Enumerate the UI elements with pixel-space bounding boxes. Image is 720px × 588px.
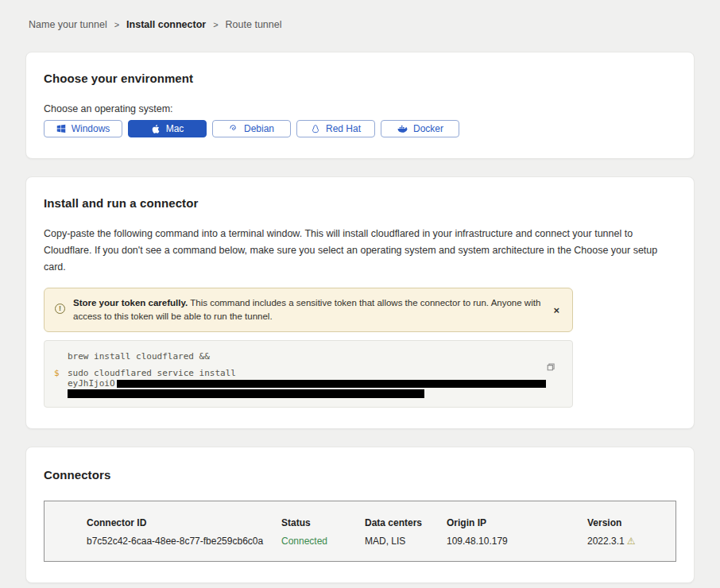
token-warning-title: Store your token carefully. — [73, 298, 188, 308]
status-badge: Connected — [281, 536, 365, 547]
connectors-table: Connector ID Status Data centers Origin … — [44, 501, 676, 562]
connectors-title: Connectors — [44, 468, 676, 482]
docker-icon — [397, 125, 408, 133]
os-button-label: Red Hat — [326, 123, 361, 134]
connectors-card: Connectors Connector ID Status Data cent… — [25, 447, 695, 583]
os-button-debian[interactable]: Debian — [212, 120, 291, 137]
column-header-status: Status — [281, 517, 365, 528]
column-header-version: Version — [587, 517, 668, 528]
os-button-windows[interactable]: Windows — [44, 120, 122, 137]
token-warning-banner: ! Store your token carefully. This comma… — [44, 288, 573, 332]
alert-icon: ! — [55, 304, 65, 314]
apple-icon — [151, 124, 161, 134]
install-connector-title: Install and run a connector — [44, 196, 676, 210]
code-line-token: eyJhIjoiO — [68, 378, 563, 389]
redaction-bar — [117, 380, 546, 388]
origin-ip-value: 109.48.10.179 — [447, 536, 587, 547]
data-centers-value: MAD, LIS — [365, 536, 447, 547]
os-button-label: Debian — [244, 123, 274, 134]
code-line-brew-install: brew install cloudflared && — [68, 351, 563, 362]
os-button-redhat[interactable]: Red Hat — [296, 120, 375, 137]
environment-card: Choose your environment Choose an operat… — [25, 52, 695, 159]
environment-card-title: Choose your environment — [44, 72, 676, 85]
column-header-connector-id: Connector ID — [87, 517, 281, 528]
copy-icon[interactable] — [545, 362, 556, 375]
breadcrumb-install-connector[interactable]: Install connector — [126, 19, 206, 30]
column-header-origin-ip: Origin IP — [447, 517, 587, 528]
install-connector-card: Install and run a connector Copy-paste t… — [25, 176, 695, 429]
os-button-mac[interactable]: Mac — [128, 120, 207, 137]
windows-icon — [56, 124, 66, 133]
breadcrumb-separator: > — [213, 20, 218, 29]
close-icon[interactable]: × — [550, 304, 563, 317]
column-header-data-centers: Data centers — [365, 517, 447, 528]
os-button-label: Mac — [166, 123, 184, 134]
breadcrumb-route-tunnel[interactable]: Route tunnel — [226, 19, 282, 30]
table-row: b7c52c42-6caa-48ee-8c77-fbe259cb6c0a Con… — [87, 536, 668, 547]
install-command-code-block: $ brew install cloudflared && sudo cloud… — [44, 340, 573, 408]
warning-triangle-icon: ⚠ — [627, 536, 636, 547]
breadcrumb-name-your-tunnel[interactable]: Name your tunnel — [29, 19, 107, 30]
shell-prompt: $ — [54, 368, 60, 378]
os-select-label: Choose an operating system: — [44, 103, 676, 114]
install-connector-description: Copy-paste the following command into a … — [44, 226, 676, 276]
os-button-group: Windows Mac Debian Red Hat Docker — [44, 120, 676, 137]
token-warning-text: Store your token carefully. This command… — [73, 296, 542, 323]
connectors-table-header: Connector ID Status Data centers Origin … — [87, 517, 668, 528]
debian-icon — [229, 124, 238, 133]
redhat-icon — [311, 124, 320, 134]
redaction-bar — [68, 389, 424, 398]
connector-id-value: b7c52c42-6caa-48ee-8c77-fbe259cb6c0a — [87, 536, 281, 547]
token-prefix: eyJhIjoiO — [68, 378, 115, 389]
os-button-label: Windows — [72, 123, 110, 134]
os-button-label: Docker — [413, 123, 443, 134]
os-button-docker[interactable]: Docker — [381, 120, 459, 137]
breadcrumb-separator: > — [114, 20, 119, 29]
breadcrumb: Name your tunnel > Install connector > R… — [0, 0, 720, 30]
code-line-service-install: sudo cloudflared service install — [68, 368, 563, 378]
version-value: 2022.3.1⚠ — [587, 536, 668, 547]
